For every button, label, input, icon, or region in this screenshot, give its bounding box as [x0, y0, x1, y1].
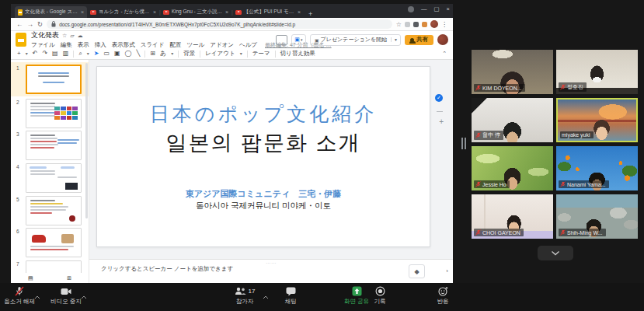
current-slide[interactable]: 日本のポップ文化紹介 일본의 팝문화 소개 東アジア国際コミュニティ 三宅・伊藤… [96, 66, 430, 247]
thumb-car-image [32, 235, 46, 243]
video-tile-shih-ming[interactable]: Shih-Ming W... [556, 194, 638, 239]
speaker-notes-placeholder[interactable]: クリックするとスピーカー ノートを追加できます [101, 265, 233, 273]
start-presentation-button[interactable]: ▣プレゼンテーションを開始 ▼ [310, 34, 401, 46]
url-omnibox[interactable]: docs.google.com/presentation/d/1T4IHVX_B… [47, 19, 392, 29]
select-cursor-icon[interactable]: ➤ [94, 51, 99, 57]
explore-button[interactable]: ◆ [409, 264, 425, 278]
next-panel-arrow-icon[interactable]: › [446, 267, 448, 274]
present-to-meet-button[interactable]: ▣▾ [291, 34, 306, 45]
video-tile-miyake-yuki-active-speaker[interactable]: miyake yuki [556, 98, 638, 142]
video-tile-jeong-hojin[interactable]: 정호진 [556, 50, 638, 94]
new-tab-button[interactable]: + [308, 10, 312, 18]
print-icon[interactable]: ▤ [52, 51, 58, 57]
record-button[interactable]: 기록 [358, 286, 402, 306]
zoom-dropdown-icon[interactable]: ▾ [87, 51, 89, 56]
video-tile-kim-doyeon[interactable]: KIM DOYEON... [472, 50, 553, 94]
transition-button[interactable]: 切り替え効果 [280, 50, 315, 58]
tab-youtube-2[interactable]: | King Gnu - 三文小説 - YouTube × [159, 6, 231, 18]
filmstrip-view-icon[interactable]: ▤ [28, 275, 33, 281]
google-slides-logo[interactable] [16, 33, 26, 47]
tab-close-icon[interactable]: × [225, 9, 228, 15]
slide-title-korean[interactable]: 일본의 팝문화 소개 [97, 129, 430, 157]
undo-icon[interactable]: ↶ [33, 51, 38, 57]
insert-image-icon[interactable]: ▣ [114, 51, 120, 57]
account-avatar[interactable] [437, 34, 448, 45]
layout-dropdown-icon[interactable]: ▾ [240, 51, 242, 56]
slide-thumbnail-3[interactable] [26, 131, 82, 160]
insert-shape-icon[interactable]: ◯ [125, 51, 132, 57]
window-close-button[interactable]: × [447, 5, 450, 12]
video-tile-hatanaka-jun[interactable]: 畠中 惇 [472, 98, 553, 142]
tab-youtube-3[interactable]: | 【公式】PUI PUI モルカー 第1話 × [231, 6, 304, 18]
video-tile-choi-gayeon[interactable]: CHOI GAYEON [472, 194, 553, 239]
window-minimize-button[interactable]: — [421, 5, 427, 12]
browser-profile-icon[interactable] [408, 6, 414, 12]
video-options-chevron[interactable] [81, 288, 87, 302]
slide-subtitle-japanese[interactable]: 東アジア国際コミュニティ 三宅・伊藤 [97, 188, 430, 200]
video-tile-jessie-ho[interactable]: Jessie Ho [472, 146, 553, 190]
new-slide-icon[interactable]: + [17, 51, 21, 57]
slide-thumbnail-5[interactable] [26, 196, 82, 225]
tab-title: 【公式】PUI PUI モルカー 第1話 [244, 9, 295, 16]
slide-thumbnail-6[interactable] [26, 228, 82, 257]
reactions-button[interactable]: 반응 [421, 286, 465, 306]
collapse-toolbar-icon[interactable]: ⌃ [442, 51, 447, 57]
insert-comment-icon[interactable]: ⊞ [150, 51, 155, 57]
star-icon[interactable]: ☆ [62, 33, 67, 39]
tab-slides[interactable]: 文化発表 - Google スライド × [15, 6, 87, 18]
back-icon[interactable]: ← [16, 20, 23, 28]
extension-icon[interactable] [413, 22, 419, 27]
window-maximize-button[interactable]: ▢ [434, 5, 440, 12]
background-button[interactable]: 背景 [183, 50, 195, 58]
browser-menu-icon[interactable]: ⋮ [441, 21, 447, 28]
presentation-options-dropdown[interactable]: ▼ [391, 37, 400, 42]
participants-button[interactable]: 17 참가자 [223, 286, 266, 306]
video-tile-nanami-yama[interactable]: Nanami Yama... [556, 146, 638, 190]
zoom-icon[interactable]: ⌕ [78, 51, 82, 57]
forward-icon[interactable]: → [27, 20, 34, 28]
share-button[interactable]: 共有 [405, 35, 433, 45]
slide-thumbnail-2[interactable] [26, 99, 82, 128]
participant-name-tag: Shih-Ming W... [559, 229, 606, 236]
browser-avatar[interactable] [430, 20, 438, 28]
filmstrip-scrollbar[interactable] [85, 63, 88, 218]
text-box-icon[interactable]: ▭ [103, 51, 110, 57]
document-title[interactable]: 文化発表 [31, 30, 59, 40]
paint-format-icon[interactable]: ▥ [63, 51, 69, 57]
slide-subtitle-korean[interactable]: 동아시아 국제커뮤니티 미야케・이토 [97, 201, 430, 211]
extension-icon[interactable] [422, 22, 427, 27]
panel-resize-handle[interactable] [461, 138, 466, 149]
grid-view-icon[interactable]: ⊞ [67, 275, 71, 281]
redo-icon[interactable]: ↷ [42, 51, 47, 57]
text-style-dropdown-icon[interactable]: ▾ [171, 51, 173, 56]
slide-title-japanese[interactable]: 日本のポップ文化紹介 [97, 101, 430, 127]
extension-icon[interactable] [405, 22, 410, 27]
gallery-collapse-button[interactable] [538, 246, 573, 260]
reload-icon[interactable]: ↻ [37, 20, 43, 28]
layout-button[interactable]: レイアウト [205, 50, 235, 58]
tab-close-icon[interactable]: × [153, 9, 156, 15]
bookmark-star-icon[interactable]: ☆ [396, 21, 402, 28]
chat-button[interactable]: 채팅 [269, 286, 312, 306]
speaker-notes-panel[interactable]: ⋯⋯ クリックするとスピーカー ノートを追加できます ◆ › [89, 259, 453, 283]
insert-line-icon[interactable]: ╲ [137, 51, 141, 57]
tab-close-icon[interactable]: × [298, 9, 301, 15]
zoom-in-icon[interactable]: + [439, 117, 444, 126]
text-style-icon[interactable]: あ [160, 51, 166, 57]
spellcheck-done-icon[interactable]: ✓ [435, 94, 443, 102]
new-slide-dropdown-icon[interactable]: ▾ [26, 51, 28, 56]
audio-options-chevron[interactable] [34, 288, 40, 302]
toolbar-divider [178, 51, 179, 58]
slide-thumbnail-1[interactable] [26, 65, 82, 94]
lock-icon [51, 21, 56, 27]
hide-menus-icon[interactable] [276, 35, 287, 45]
tab-youtube-1[interactable]: ヨルシカ - だから僕は音楽を辞めた × [87, 6, 159, 18]
theme-button[interactable]: テーマ [252, 50, 270, 58]
notes-drag-handle[interactable]: ⋯⋯ [266, 260, 277, 265]
slide-canvas-area[interactable]: 日本のポップ文化紹介 일본의 팝문화 소개 東アジア国際コミュニティ 三宅・伊藤… [89, 60, 453, 259]
participants-options-chevron[interactable] [263, 288, 269, 302]
zoom-toolbar: 음소거 해제 비디오 중지 17 참가자 채팅 화면 공유 기록 반응 나가기 [0, 283, 644, 311]
move-folder-icon[interactable]: ▱ [70, 33, 74, 39]
tab-close-icon[interactable]: × [81, 9, 84, 15]
slide-thumbnail-4[interactable] [26, 163, 82, 193]
